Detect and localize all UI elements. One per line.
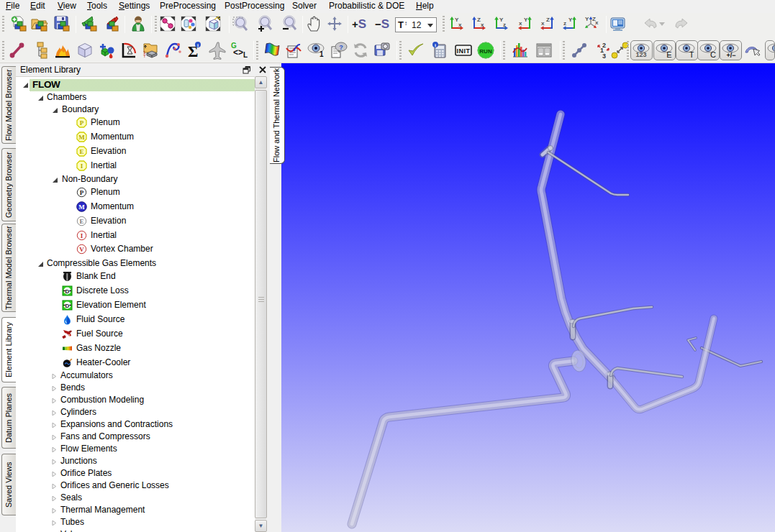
- svg-text:I: I: [81, 162, 83, 170]
- svg-text:<>: <>: [233, 47, 243, 58]
- svg-text:M: M: [78, 134, 85, 141]
- svg-text:V: V: [79, 246, 84, 253]
- svg-text:Z: Z: [546, 17, 550, 23]
- svg-text:x: x: [595, 19, 599, 26]
- svg-text:E: E: [666, 50, 671, 59]
- svg-text:Y: Y: [568, 17, 573, 23]
- svg-text:I: I: [81, 232, 83, 239]
- svg-text:1: 1: [319, 50, 324, 58]
- svg-text:x: x: [481, 22, 484, 28]
- svg-text:E: E: [79, 148, 83, 155]
- svg-text:x: x: [519, 20, 522, 27]
- svg-text:Y: Y: [585, 16, 589, 22]
- svg-text:D: D: [65, 288, 70, 295]
- svg-text:C: C: [710, 50, 716, 59]
- svg-text:T: T: [143, 54, 146, 58]
- svg-text:E: E: [79, 218, 83, 225]
- svg-text:z: z: [503, 22, 506, 28]
- svg-text:z: z: [563, 20, 566, 27]
- svg-text:x: x: [458, 22, 462, 28]
- svg-text:D: D: [65, 303, 70, 309]
- svg-text:123: 123: [635, 51, 646, 58]
- svg-text:x: x: [541, 20, 545, 27]
- svg-text:i: i: [435, 42, 436, 48]
- svg-text:T: T: [689, 50, 694, 59]
- svg-text:i: i: [197, 42, 199, 48]
- svg-text:INIT: INIT: [457, 47, 471, 55]
- svg-text:+/−: +/−: [726, 52, 735, 59]
- svg-text:P: P: [80, 119, 84, 127]
- svg-text:L: L: [243, 51, 248, 59]
- svg-text:?: ?: [339, 44, 343, 51]
- svg-text:Y: Y: [524, 17, 528, 23]
- svg-text:P: P: [80, 189, 84, 196]
- svg-text:RUN: RUN: [479, 48, 492, 55]
- svg-text:M: M: [78, 203, 85, 211]
- svg-text:3: 3: [602, 52, 606, 60]
